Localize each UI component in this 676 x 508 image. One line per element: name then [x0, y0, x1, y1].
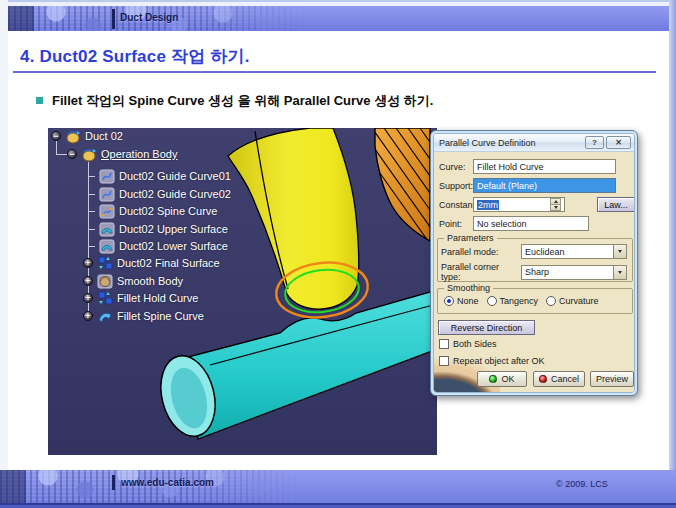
tree-item-fillet-spine-curve[interactable]: + Fillet Spine Curve — [83, 308, 204, 324]
radio-tangency[interactable]: Tangency — [487, 296, 539, 306]
expand-node-icon[interactable]: + — [83, 293, 93, 303]
tree-item-final-surface[interactable]: + Duct02 Final Surface — [83, 255, 220, 271]
support-field[interactable]: Default (Plane) — [473, 178, 616, 193]
close-icon[interactable]: ✕ — [606, 136, 631, 149]
join-surface-icon — [97, 256, 113, 271]
tree-item-label[interactable]: Duct02 Lower Surface — [119, 240, 228, 252]
point-field-label: Point: — [439, 219, 473, 229]
reverse-direction-button[interactable]: Reverse Direction — [438, 320, 535, 335]
ok-button[interactable]: OK — [477, 371, 527, 387]
parameters-legend: Parameters — [444, 233, 497, 243]
both-sides-checkbox-row[interactable]: Both Sides — [439, 339, 497, 349]
cancel-button[interactable]: Cancel — [533, 371, 585, 387]
expand-node-icon[interactable]: + — [83, 258, 93, 268]
radio-icon[interactable] — [546, 296, 556, 306]
expand-node-icon[interactable]: + — [83, 311, 93, 321]
radio-icon[interactable] — [487, 296, 497, 306]
dialog-title: Parallel Curve Definition — [434, 138, 536, 148]
tree-item-label[interactable]: Duct02 Guide Curve01 — [119, 170, 231, 182]
parallel-corner-type-label: Parallel corner type: — [441, 262, 521, 282]
catia-3d-viewport[interactable]: − Duct 02 − Operation Body — [48, 128, 437, 455]
radio-selected-icon[interactable] — [444, 296, 454, 306]
tree-item-fillet-hold-curve[interactable]: + Fillet Hold Curve — [83, 290, 198, 306]
collapse-node-icon[interactable]: − — [67, 149, 77, 159]
parallel-mode-select[interactable]: Euclidean — [521, 244, 627, 259]
tree-connector — [88, 176, 95, 177]
support-field-label: Support: — [439, 181, 473, 191]
body-icon — [65, 129, 81, 144]
slide: Duct Design 4. Duct02 Surface 작업 하기. Fil… — [0, 0, 676, 508]
curve-field[interactable]: Fillet Hold Curve — [473, 159, 616, 174]
curve-icon — [99, 187, 115, 202]
surface-icon — [99, 222, 115, 237]
tree-item-label[interactable]: Fillet Spine Curve — [117, 310, 204, 322]
radio-none[interactable]: None — [444, 296, 479, 306]
collapse-node-icon[interactable]: − — [51, 131, 61, 141]
tree-item-label[interactable]: Operation Body — [101, 148, 177, 160]
page-title: 4. Duct02 Surface 작업 하기. — [20, 45, 250, 68]
preview-button[interactable]: Preview — [590, 371, 634, 387]
constant-field-label: Constant: — [439, 200, 473, 210]
expand-node-icon[interactable]: + — [83, 276, 93, 286]
tree-item-label[interactable]: Fillet Hold Curve — [117, 292, 198, 304]
bullet-line: Fillet 작업의 Spine Curve 생성 을 위해 Parallel … — [36, 92, 433, 110]
smoothing-legend: Smoothing — [444, 283, 493, 293]
bullet-text: Fillet 작업의 Spine Curve 생성 을 위해 Parallel … — [52, 92, 433, 110]
dialog-body: Curve: Fillet Hold Curve Support: Defaul… — [434, 152, 634, 392]
tree-item-lower-surface[interactable]: Duct02 Lower Surface — [88, 238, 228, 254]
both-sides-label: Both Sides — [453, 339, 497, 349]
slide-frame-left — [0, 0, 8, 508]
parallel-corner-type-select[interactable]: Sharp — [521, 265, 627, 280]
tree-item-guide-curve02[interactable]: Duct02 Guide Curve02 — [88, 186, 231, 202]
constant-field[interactable]: 2mm — [473, 197, 565, 212]
title-underline — [13, 71, 656, 73]
tree-item-label[interactable]: Smooth Body — [117, 275, 183, 287]
header-tick-decoration — [112, 9, 115, 29]
tree-item-upper-surface[interactable]: Duct02 Upper Surface — [88, 221, 228, 237]
chevron-down-icon[interactable] — [613, 266, 626, 279]
curve-field-label: Curve: — [439, 162, 473, 172]
footer-tick-decoration — [112, 475, 115, 490]
tree-connector — [88, 246, 95, 247]
law-button[interactable]: Law... — [597, 197, 635, 212]
slide-frame-right — [669, 0, 676, 508]
tree-item-label[interactable]: Duct02 Final Surface — [117, 257, 220, 269]
repeat-object-label: Repeat object after OK — [453, 356, 545, 366]
tree-item-label[interactable]: Duct02 Guide Curve02 — [119, 188, 231, 200]
constant-spinner[interactable] — [550, 198, 561, 211]
body-icon — [81, 147, 97, 162]
parallel-curve-definition-dialog: Parallel Curve Definition ? ✕ Curve: Fil… — [430, 130, 638, 396]
footer-bar: www.edu-catia.com © 2009. LCS — [0, 470, 676, 508]
spine-curve-icon — [99, 204, 115, 219]
tree-item-spine-curve[interactable]: Duct02 Spine Curve — [88, 203, 217, 219]
chevron-down-icon[interactable] — [613, 245, 626, 258]
radio-curvature[interactable]: Curvature — [546, 296, 599, 306]
smooth-body-icon — [97, 274, 113, 289]
tree-item-duct02[interactable]: − Duct 02 — [51, 128, 123, 144]
repeat-object-checkbox-row[interactable]: Repeat object after OK — [439, 356, 545, 366]
spin-down-icon[interactable] — [551, 205, 560, 210]
point-field[interactable]: No selection — [473, 216, 589, 231]
curve-icon — [99, 169, 115, 184]
orange-surface[interactable] — [375, 128, 430, 241]
tree-connector — [88, 211, 95, 212]
tree-item-operation-body[interactable]: − Operation Body — [67, 146, 177, 162]
footer-site-link[interactable]: www.edu-catia.com — [121, 477, 214, 488]
header-bar: Duct Design — [8, 6, 669, 31]
join-surface-icon — [97, 291, 113, 306]
footer-copyright: © 2009. LCS — [556, 479, 608, 489]
cancel-icon — [539, 375, 547, 383]
parameters-group: Parameters Parallel mode: Euclidean Para… — [437, 238, 633, 282]
smoothing-group: Smoothing None Tangency Curvature — [437, 288, 633, 314]
sweep-surface-icon — [97, 309, 113, 324]
tree-item-label[interactable]: Duct02 Upper Surface — [119, 223, 228, 235]
tree-item-guide-curve01[interactable]: Duct02 Guide Curve01 — [88, 168, 231, 184]
dialog-titlebar[interactable]: Parallel Curve Definition ? ✕ — [434, 134, 634, 152]
checkbox-icon[interactable] — [439, 339, 449, 349]
tree-item-label[interactable]: Duct02 Spine Curve — [119, 205, 217, 217]
tree-item-smooth-body[interactable]: + Smooth Body — [83, 273, 183, 289]
ok-icon — [489, 375, 497, 383]
checkbox-icon[interactable] — [439, 356, 449, 366]
help-icon[interactable]: ? — [585, 136, 604, 149]
tree-item-label[interactable]: Duct 02 — [85, 130, 123, 142]
